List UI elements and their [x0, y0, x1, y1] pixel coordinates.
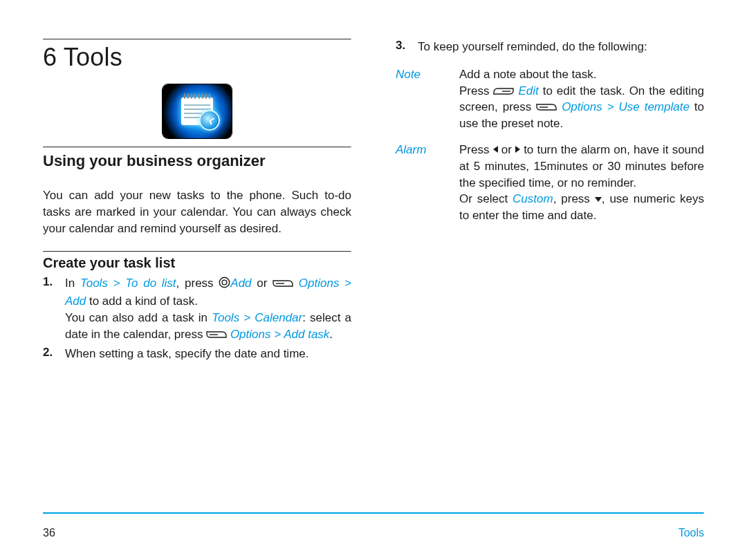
chapter-title: Tools [64, 43, 122, 71]
softkey-left-icon [273, 279, 293, 288]
footer-section: Tools [679, 527, 704, 539]
text: to add a kind of task. [86, 295, 198, 308]
chapter-number: 6 [43, 43, 57, 71]
step-body: In Tools > To do list, press Add or Opti… [65, 275, 351, 342]
def-term-note: Note [396, 66, 445, 132]
menu-action: Options > Use template [562, 100, 690, 113]
text: In [65, 277, 80, 290]
step-body: When setting a task, specify the date an… [65, 346, 351, 362]
calendar-clock-icon [43, 84, 351, 138]
right-column: 3. To keep yourself reminded, do the fol… [396, 39, 704, 485]
page-number: 36 [43, 527, 55, 539]
icon-tile [163, 84, 232, 138]
text: You can also add a task in [65, 311, 212, 324]
step-number: 1. [43, 275, 58, 342]
text: or [252, 277, 273, 290]
softkey-left-icon [536, 102, 557, 112]
two-column-layout: 6 Tools Using your business organizer [43, 39, 704, 485]
step-number: 2. [43, 346, 58, 362]
text: , press [553, 192, 595, 205]
manual-page: 6 Tools Using your business organizer [0, 0, 747, 560]
softkey-left-icon [206, 330, 227, 339]
text: . [329, 328, 333, 341]
steps-list: 1. In Tools > To do list, press Add or O… [43, 275, 351, 364]
def-body-note: Add a note about the task. Press Edit to… [459, 66, 704, 132]
clock-overlay-icon [199, 110, 220, 131]
definition-list: Note Add a note about the task. Press Ed… [396, 66, 704, 224]
calendar-pad [181, 97, 213, 125]
chapter-rule [43, 39, 351, 40]
section-body: You can add your new tasks to the phone.… [43, 187, 351, 236]
triangle-left-icon [493, 146, 498, 153]
def-term-alarm: Alarm [396, 142, 445, 224]
svg-point-1 [222, 280, 227, 285]
subsection-heading: Create your task list [43, 255, 351, 271]
menu-action: Options > Add task [230, 328, 329, 341]
calendar-binder [184, 93, 210, 99]
footer-rule [43, 512, 704, 514]
def-body-alarm: Press or to turn the alarm on, have it s… [459, 142, 704, 224]
left-column: 6 Tools Using your business organizer [43, 39, 351, 485]
page-footer: 36 Tools [43, 527, 704, 539]
triangle-down-icon [595, 197, 602, 202]
text: , press [176, 277, 219, 290]
triangle-right-icon [515, 146, 520, 153]
step-1: 1. In Tools > To do list, press Add or O… [43, 275, 351, 342]
subsection-rule [43, 251, 351, 252]
menu-action: Add [230, 277, 251, 290]
menu-path: Tools > To do list [80, 277, 176, 290]
text: or [498, 143, 515, 156]
softkey-right-icon [493, 86, 514, 96]
step-number: 3. [396, 39, 411, 55]
menu-path: Tools > Calendar [212, 311, 302, 324]
menu-action: Custom [513, 192, 553, 205]
section-rule [43, 147, 351, 148]
text: Or select [459, 192, 513, 205]
step-body: To keep yourself reminded, do the follow… [418, 39, 704, 55]
center-select-icon [219, 277, 230, 293]
chapter-heading: 6 Tools [43, 43, 351, 72]
text: Add a note about the task. [459, 68, 596, 81]
step-3: 3. To keep yourself reminded, do the fol… [396, 39, 704, 55]
svg-point-0 [220, 278, 230, 288]
step-2: 2. When setting a task, specify the date… [43, 346, 351, 362]
menu-action: Edit [518, 84, 538, 97]
section-heading: Using your business organizer [43, 152, 351, 170]
text: Press [459, 143, 493, 156]
steps-list-cont: 3. To keep yourself reminded, do the fol… [396, 39, 704, 58]
text: Press [459, 84, 493, 97]
